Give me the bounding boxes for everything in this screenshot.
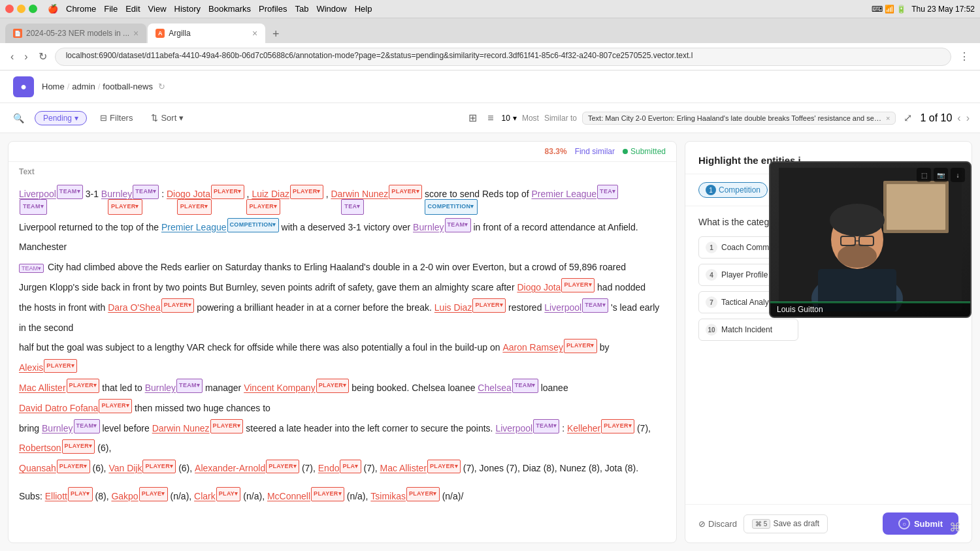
similar-text-bar[interactable]: Text: Man City 2-0 Everton: Erling Haala…: [582, 112, 896, 125]
ner-liverpool-title[interactable]: LiverpoolTEAM▾: [19, 184, 83, 204]
svg-rect-2: [887, 184, 945, 230]
ner-gakpo[interactable]: GakpoPLAYE▾: [111, 486, 167, 507]
ner-endo[interactable]: EndoPLA▾: [318, 458, 361, 479]
grid-view-button[interactable]: ⊞: [466, 109, 480, 127]
ner-liverpool-body2[interactable]: LiverpoolTEAM▾: [544, 298, 608, 318]
pagination: 1 of 10 ‹ ›: [920, 112, 970, 124]
filters-button[interactable]: ⊟ Filters: [95, 110, 138, 125]
reload-button[interactable]: ↻: [36, 48, 50, 65]
ner-burnley-manager[interactable]: BurnleyTEAM▾: [145, 378, 203, 398]
window-menu[interactable]: Window: [316, 4, 346, 14]
webcam-record-button[interactable]: ⬚: [917, 168, 931, 182]
ner-premier-league[interactable]: Premier LeagueCOMPETITION▾: [161, 217, 279, 238]
ner-burnley-level[interactable]: BurnleyTEAM▾: [42, 418, 99, 439]
system-icons: ⌨ 📶 🔋: [872, 5, 907, 14]
ner-diogo-jota[interactable]: Diogo JotaPLAYER▾: [167, 184, 244, 204]
ner-mac-allister[interactable]: Mac AllisterPLAYER▾: [19, 378, 99, 398]
ner-david-datro[interactable]: David Datro FofanaPLAYER▾: [19, 398, 132, 418]
tab-label-ner: 2024-05-23 NER models in ...: [26, 29, 129, 38]
breadcrumb-football-news[interactable]: football-news: [103, 82, 153, 91]
discard-button[interactable]: ⊘ Discard: [698, 519, 737, 529]
sort-button[interactable]: ⇅ Sort ▾: [146, 110, 189, 125]
pending-filter[interactable]: Pending ▾: [35, 111, 87, 125]
ner-tsimikas[interactable]: TsimikasPLAYER▾: [370, 486, 439, 507]
ner-alexander-arnold[interactable]: Alexander-ArnoldPLAYER▾: [195, 458, 299, 479]
ner-alexis[interactable]: AlexisPLAYER▾: [19, 358, 77, 378]
file-menu[interactable]: File: [104, 4, 118, 14]
history-menu[interactable]: History: [174, 4, 201, 14]
tab-label-argilla: Argilla: [169, 29, 190, 38]
ner-luis-diaz[interactable]: Luis DiazPLAYER▾: [434, 298, 506, 318]
tab-close-argilla[interactable]: ×: [252, 28, 257, 39]
tab-argilla[interactable]: A Argilla ×: [148, 24, 265, 43]
ner-reds[interactable]: Premier LeagueTEA▾: [531, 184, 618, 204]
back-button[interactable]: ‹: [8, 48, 16, 65]
filters-label: Filters: [110, 113, 133, 123]
ner-quansah[interactable]: QuansahPLAYER▾: [19, 458, 90, 479]
entity-badge-competition[interactable]: 1 Competition: [698, 182, 768, 198]
apple-menu[interactable]: 🍎: [48, 4, 58, 14]
action-bar: ⊘ Discard ⌘ 5 Save as draft ○ Submit: [685, 504, 972, 543]
refresh-icon[interactable]: ↻: [158, 82, 165, 91]
breadcrumb-home[interactable]: Home: [42, 82, 65, 91]
webcam-download-button[interactable]: ↓: [951, 168, 965, 182]
ner-dara-oshea[interactable]: Dara O'SheaPLAYER▾: [108, 298, 194, 318]
body-line-6: Mac AllisterPLAYER▾ that led to BurnleyT…: [19, 378, 666, 418]
tab-ner-models[interactable]: 📄 2024-05-23 NER models in ... ×: [5, 24, 146, 43]
edit-menu[interactable]: Edit: [125, 4, 140, 14]
ner-burnley-title[interactable]: BurnleyTEAM▾: [101, 184, 159, 204]
tab-menu[interactable]: Tab: [295, 4, 308, 14]
ner-burnley-body[interactable]: BurnleyTEAM▾: [413, 217, 470, 238]
app-header: ● Home / admin / football-news ↻: [0, 71, 980, 103]
ner-liverpool-lineup[interactable]: LiverpoolTEAM▾: [495, 418, 559, 439]
close-button[interactable]: [5, 5, 14, 13]
ner-kelleher[interactable]: KelleherPLAYER▾: [567, 418, 634, 439]
new-tab-button[interactable]: +: [267, 25, 285, 43]
ner-clark[interactable]: ClarkPLAY▾: [194, 486, 240, 507]
ner-mac-allister-rating[interactable]: Mac AllisterPLAYER▾: [380, 458, 460, 479]
find-similar-link[interactable]: Find similar: [575, 147, 615, 156]
url-bar[interactable]: localhost:6900/dataset/d11abefa-4410-49a…: [55, 48, 951, 66]
ner-vincent-kompany[interactable]: Vincent KompanyPLAYER▾: [244, 378, 349, 398]
category-match-incident[interactable]: 10 Match Incident: [698, 319, 798, 341]
search-button[interactable]: 🔍: [10, 110, 27, 126]
ner-luiz-diaz[interactable]: Luiz DiazPLAYER▾: [252, 184, 323, 204]
submit-button[interactable]: ○ Submit: [883, 512, 958, 535]
breadcrumb-admin[interactable]: admin: [72, 82, 95, 91]
save-draft-button[interactable]: ⌘ 5 Save as draft: [743, 514, 828, 533]
ner-darwin-nunez-title[interactable]: Darwin NunezPLAYER▾: [331, 184, 422, 204]
minimize-button[interactable]: [17, 5, 25, 13]
save-draft-label: Save as draft: [773, 519, 819, 528]
submitted-label: Submitted: [630, 147, 666, 156]
next-page-button[interactable]: ›: [966, 112, 970, 124]
ner-chelsea[interactable]: ChelseaTEAM▾: [478, 378, 538, 398]
ner-diogo-jota-body[interactable]: Diogo JotaPLAYER▾: [517, 277, 595, 298]
similar-clear-button[interactable]: ×: [886, 114, 890, 122]
similarity-score: 83.3%: [545, 147, 567, 156]
category-label-10: Match Incident: [721, 325, 772, 334]
ner-elliott[interactable]: ElliottPLAY▾: [45, 486, 93, 507]
expand-button[interactable]: ⤢: [901, 109, 915, 127]
ner-mcconnell[interactable]: McConnellPLAYER▾: [267, 486, 344, 507]
prev-page-button[interactable]: ‹: [957, 112, 960, 124]
body-line-8: QuansahPLAYER▾ (6), Van DijkPLAYER▾ (6),…: [19, 458, 666, 479]
ner-van-dijk[interactable]: Van DijkPLAYER▾: [108, 458, 176, 479]
ner-aaron-ramsey[interactable]: Aaron RamseyPLAYER▾: [502, 338, 596, 358]
traffic-lights[interactable]: [5, 5, 37, 13]
article-title-line: LiverpoolTEAM▾ 3-1 BurnleyTEAM▾ : Diogo …: [19, 184, 666, 204]
help-menu[interactable]: Help: [355, 4, 372, 14]
extensions-button[interactable]: ⋮: [956, 48, 972, 65]
tab-close-ner[interactable]: ×: [133, 28, 139, 39]
maximize-button[interactable]: [29, 5, 37, 13]
list-view-button[interactable]: ≡: [485, 110, 496, 127]
profiles-menu[interactable]: Profiles: [259, 4, 287, 14]
chrome-menu[interactable]: Chrome: [66, 4, 96, 14]
ner-darwin-nunez-body[interactable]: Darwin NunezPLAYER▾: [152, 418, 244, 439]
webcam-camera-button[interactable]: 📷: [934, 168, 948, 182]
bookmarks-menu[interactable]: Bookmarks: [208, 4, 251, 14]
view-menu[interactable]: View: [148, 4, 167, 14]
ner-robertson[interactable]: RobertsonPLAYER▾: [19, 438, 95, 458]
sort-label: Sort: [161, 113, 176, 123]
forward-button[interactable]: ›: [22, 48, 30, 65]
count-selector[interactable]: 10 ▾: [502, 114, 517, 123]
